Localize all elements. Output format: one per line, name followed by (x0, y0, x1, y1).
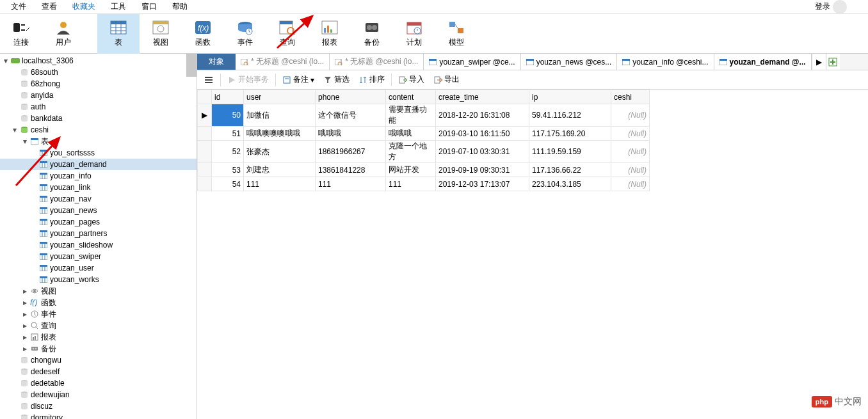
cell-ceshi[interactable]: (Null) (611, 127, 650, 141)
tree-table[interactable]: youzan_partners (0, 228, 197, 239)
tree-table[interactable]: you_sortssss (0, 147, 197, 159)
cell-content[interactable]: 需要直播功能 (386, 104, 436, 127)
import-button[interactable]: 导入 (394, 73, 428, 86)
expand-icon[interactable]: ▾ (10, 125, 19, 134)
cell-content[interactable]: 111 (386, 177, 436, 191)
tree-table[interactable]: youzan_pages (0, 216, 197, 228)
tree-db[interactable]: dedewujian (0, 389, 197, 400)
expand-icon[interactable]: ▸ (20, 310, 29, 319)
cell-user[interactable]: 111 (244, 177, 316, 191)
column-header[interactable]: id (212, 90, 244, 104)
cell-id[interactable]: 51 (212, 127, 244, 141)
cell-user[interactable]: 哦哦噢噢噢哦哦 (244, 127, 316, 141)
cell-create-time[interactable]: 2019-03-10 16:11:50 (436, 127, 529, 141)
tree-table[interactable]: youzan_swiper (0, 251, 197, 262)
table-row[interactable]: 54 111 111 111 2019-12-03 17:13:07 223.1… (198, 177, 650, 191)
begin-transaction-button[interactable]: 开始事务 (223, 73, 273, 86)
tree-db[interactable]: discuz (0, 400, 197, 412)
tree-node-report[interactable]: ▸报表 (0, 331, 197, 343)
expand-icon[interactable]: ▸ (20, 321, 29, 330)
cell-ip[interactable]: 111.19.59.159 (529, 141, 611, 163)
menu-window[interactable]: 窗口 (134, 0, 165, 13)
tab-item[interactable]: * 无标题 @ceshi (lo... (330, 54, 424, 70)
tree-node-fx[interactable]: ▸f()函数 (0, 297, 197, 308)
tree-db-open[interactable]: ▾ ceshi (0, 124, 197, 136)
tab-item[interactable]: youzan_swiper @ce... (424, 54, 520, 70)
cell-phone[interactable]: 111 (316, 177, 386, 191)
toolbar-view[interactable]: 视图 (140, 14, 182, 54)
tree-tables-folder[interactable]: ▾ 表 (0, 136, 197, 147)
tree-table[interactable]: youzan_user (0, 262, 197, 274)
expand-icon[interactable]: ▸ (20, 344, 29, 353)
cell-content[interactable]: 克隆一个地方 (386, 141, 436, 163)
tab-item[interactable]: youzan_info @ceshi... (617, 54, 714, 70)
toolbar-connect[interactable]: 连接 (0, 14, 42, 54)
cell-phone[interactable]: 13861841228 (316, 163, 386, 177)
cell-user[interactable]: 加微信 (244, 104, 316, 127)
toolbar-plan[interactable]: 计划 (393, 14, 435, 54)
column-header[interactable]: phone (316, 90, 386, 104)
menu-file[interactable]: 文件 (3, 0, 34, 13)
tab-item[interactable]: youzan_demand @... (714, 54, 812, 70)
menu-icon-button[interactable] (200, 74, 218, 86)
tree-node-query[interactable]: ▸查询 (0, 320, 197, 331)
menu-tools[interactable]: 工具 (103, 0, 134, 13)
tree-node-view[interactable]: ▸视图 (0, 285, 197, 297)
cell-ceshi[interactable]: (Null) (611, 163, 650, 177)
tree-db[interactable]: anyida (0, 90, 197, 101)
cell-ip[interactable]: 117.175.169.20 (529, 127, 611, 141)
cell-id[interactable]: 52 (212, 141, 244, 163)
cell-user[interactable]: 刘建忠 (244, 163, 316, 177)
toolbar-table[interactable]: 表 (97, 14, 140, 54)
login-area[interactable]: 登录 (815, 0, 865, 14)
cell-phone[interactable]: 哦哦哦 (316, 127, 386, 141)
sort-button[interactable]: 排序 (355, 73, 389, 86)
column-header[interactable]: ceshi (611, 90, 650, 104)
table-row[interactable]: 53 刘建忠 13861841228 网站开发 2019-09-19 09:30… (198, 163, 650, 177)
cell-ceshi[interactable]: (Null) (611, 141, 650, 163)
tree-db[interactable]: dedetable (0, 377, 197, 389)
cell-ip[interactable]: 223.104.3.185 (529, 177, 611, 191)
export-button[interactable]: 导出 (430, 73, 463, 86)
toolbar-query[interactable]: 查询 (266, 14, 309, 54)
menu-view[interactable]: 查看 (34, 0, 65, 13)
data-grid[interactable]: iduserphonecontentcreate_timeipceshi ▶ 5… (197, 90, 868, 419)
cell-id[interactable]: 50 (212, 104, 244, 127)
tab-item[interactable]: youzan_news @ces... (521, 54, 618, 70)
column-header[interactable]: user (244, 90, 316, 104)
table-row[interactable]: ▶ 50 加微信 这个微信号 需要直播功能 2018-12-20 16:31:0… (198, 104, 650, 127)
cell-ip[interactable]: 59.41.116.212 (529, 104, 611, 127)
expand-icon[interactable]: ▾ (1, 56, 10, 65)
note-button[interactable]: 备注 ▾ (278, 73, 318, 86)
tab-scroll-right-icon[interactable]: ▶ (812, 54, 826, 70)
tab-item[interactable]: * 无标题 @ceshi (lo... (236, 54, 330, 70)
filter-button[interactable]: 筛选 (319, 73, 353, 86)
tree-table[interactable]: youzan_slideshow (0, 239, 197, 251)
menu-help[interactable]: 帮助 (165, 0, 195, 13)
toolbar-function[interactable]: f(x) 函数 (182, 14, 224, 54)
toolbar-model[interactable]: 模型 (435, 14, 478, 54)
tree-table[interactable]: youzan_link (0, 182, 197, 193)
tab-add-icon[interactable] (826, 54, 840, 70)
cell-id[interactable]: 53 (212, 163, 244, 177)
tree-table[interactable]: youzan_info (0, 170, 197, 182)
toolbar-report[interactable]: 报表 (309, 14, 351, 54)
tree-db[interactable]: 68zhong (0, 78, 197, 90)
cell-create-time[interactable]: 2019-12-03 17:13:07 (436, 177, 529, 191)
cell-ip[interactable]: 117.136.66.22 (529, 163, 611, 177)
tree-db[interactable]: bankdata (0, 113, 197, 124)
expand-icon[interactable]: ▸ (20, 287, 29, 296)
cell-user[interactable]: 张豪杰 (244, 141, 316, 163)
menu-favorites[interactable]: 收藏夹 (65, 0, 103, 13)
cell-content[interactable]: 网站开发 (386, 163, 436, 177)
tab-objects[interactable]: 对象 (197, 54, 236, 70)
cell-create-time[interactable]: 2019-07-10 03:30:31 (436, 141, 529, 163)
scrollbar-thumb[interactable] (186, 54, 197, 77)
tree-node-event[interactable]: ▸事件 (0, 308, 197, 320)
cell-id[interactable]: 54 (212, 177, 244, 191)
toolbar-user[interactable]: 用户 (42, 14, 84, 54)
tree-connection[interactable]: ▾ localhost_3306 (0, 55, 197, 67)
cell-phone[interactable]: 这个微信号 (316, 104, 386, 127)
column-header[interactable]: ip (529, 90, 611, 104)
toolbar-event[interactable]: 事件 (224, 14, 266, 54)
